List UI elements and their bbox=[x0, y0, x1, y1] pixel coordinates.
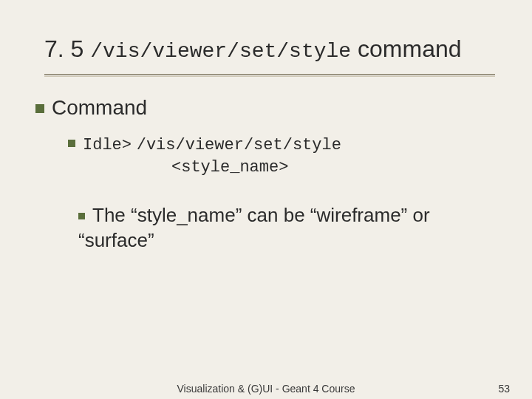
lvl2-prefix: Idle> bbox=[83, 136, 132, 154]
lvl1-label: Command bbox=[52, 96, 147, 119]
lvl2-code-2: <style_name> bbox=[171, 157, 502, 179]
title-underline bbox=[44, 74, 495, 75]
title-tail: command bbox=[358, 35, 462, 62]
title-command-path: /vis/viewer/set/style bbox=[90, 40, 351, 63]
footer-center: Visualization & (G)UI - Geant 4 Course bbox=[0, 383, 532, 395]
lvl3-text: The “style_name” can be “wireframe” or “… bbox=[78, 204, 430, 251]
bullet-level-2: Idle> /vis/viewer/set/style <style_name> bbox=[68, 132, 502, 178]
bullet-square-icon bbox=[35, 104, 44, 113]
lvl2-code-1: /vis/viewer/set/style bbox=[137, 136, 341, 154]
bullet-level-3: The “style_name” can be “wireframe” or “… bbox=[78, 203, 502, 253]
bullet-level-1: Command bbox=[35, 96, 502, 120]
slide-body: Command Idle> /vis/viewer/set/style <sty… bbox=[35, 96, 502, 253]
title-number: 7. 5 bbox=[44, 35, 83, 62]
slide: 7. 5 /vis/viewer/set/style command Comma… bbox=[0, 0, 532, 399]
footer-page-number: 53 bbox=[498, 383, 510, 395]
slide-title: 7. 5 /vis/viewer/set/style command bbox=[44, 35, 502, 63]
bullet-square-icon bbox=[78, 213, 85, 219]
bullet-square-icon bbox=[68, 140, 75, 147]
